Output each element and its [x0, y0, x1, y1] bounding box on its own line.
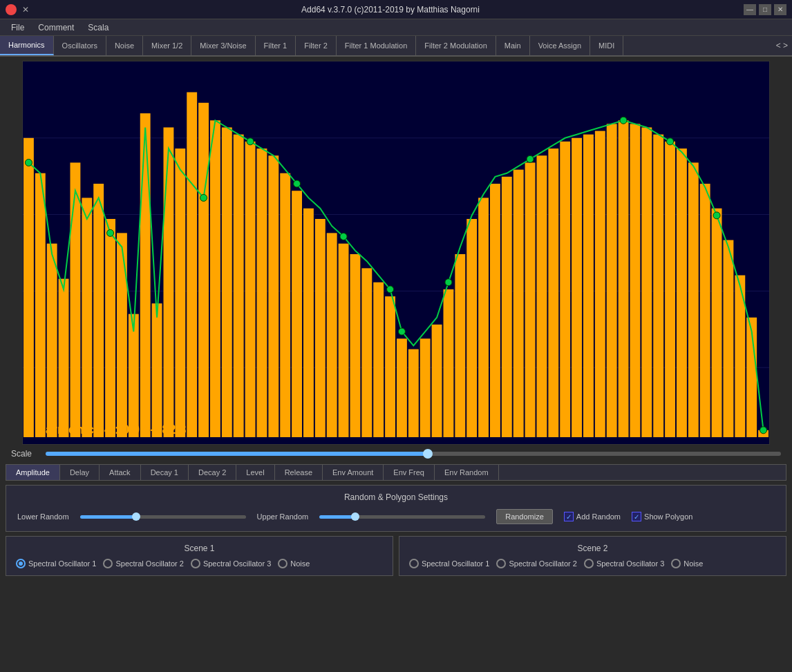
scene2-spectral-osc1[interactable]: Spectral Oscillator 1 [409, 559, 489, 568]
show-polygon-row: Show Polygon [632, 512, 692, 521]
env-tab-envrandom[interactable]: Env Random [435, 465, 499, 480]
env-tab-envfreq[interactable]: Env Freq [384, 465, 435, 480]
scene2-radio1[interactable] [409, 559, 419, 568]
tab-midi[interactable]: MIDI [590, 36, 623, 55]
scene2-noise[interactable]: Noise [671, 559, 703, 568]
scene1-spectral-osc2[interactable]: Spectral Oscillator 2 [103, 559, 183, 568]
harmonics-canvas[interactable] [23, 61, 769, 444]
scene1-radio-noise[interactable] [278, 559, 287, 568]
envelope-tabbar: Amplitude Delay Attack Decay 1 Decay 2 L… [6, 464, 786, 481]
scene1-spectral-osc3[interactable]: Spectral Oscillator 3 [191, 559, 271, 568]
scene2-radio3[interactable] [584, 559, 594, 568]
env-tab-decay2[interactable]: Decay 2 [189, 465, 236, 480]
tab-filter2mod[interactable]: Filter 2 Modulation [416, 36, 496, 55]
scene2-panel: Scene 2 Spectral Oscillator 1 Spectral O… [399, 536, 786, 576]
env-tab-release[interactable]: Release [275, 465, 323, 480]
tab-voiceassign[interactable]: Voice Assign [530, 36, 590, 55]
scene1-radio2[interactable] [103, 559, 113, 568]
show-polygon-checkbox[interactable] [632, 512, 641, 521]
add-random-label: Add Random [576, 512, 621, 521]
tab-mixer12[interactable]: Mixer 1/2 [143, 36, 191, 55]
env-tab-attack[interactable]: Attack [100, 465, 141, 480]
titlebar: ✕ Add64 v.3.7.0 (c)2011-2019 by Matthias… [0, 0, 792, 19]
menu-scala[interactable]: Scala [81, 21, 115, 34]
minimize-button[interactable]: — [744, 4, 756, 15]
scene1-radio3[interactable] [191, 559, 200, 568]
tab-noise[interactable]: Noise [106, 36, 143, 55]
main-content: Harmonic 64 : 0.0 <-- 82.3 Scale Amplitu… [0, 57, 792, 580]
env-tab-decay1[interactable]: Decay 1 [141, 465, 189, 480]
menu-file[interactable]: File [4, 21, 31, 34]
tab-harmonics[interactable]: Harmonics [0, 36, 54, 55]
close-button[interactable]: ✕ [774, 4, 786, 15]
maximize-button[interactable]: □ [759, 4, 771, 15]
scene2-radio2[interactable] [496, 559, 506, 568]
tab-filter1[interactable]: Filter 1 [256, 36, 296, 55]
scene1-spectral-osc1[interactable]: Spectral Oscillator 1 [16, 559, 96, 568]
app-title: Add64 v.3.7.0 (c)2011-2019 by Matthias N… [37, 5, 744, 15]
tab-filter2[interactable]: Filter 2 [296, 36, 337, 55]
scene2-radios: Spectral Oscillator 1 Spectral Oscillato… [409, 559, 776, 568]
main-tabbar: Harmonics Oscillators Noise Mixer 1/2 Mi… [0, 36, 792, 57]
scene1-panel: Scene 1 Spectral Oscillator 1 Spectral O… [6, 536, 393, 576]
random-polygon-panel: Random & Polygon Settings Lower Random U… [6, 485, 786, 532]
env-tab-delay[interactable]: Delay [60, 465, 100, 480]
scene1-noise[interactable]: Noise [278, 559, 310, 568]
rp-controls: Lower Random Upper Random Randomize Add … [17, 509, 775, 524]
lower-random-slider[interactable] [80, 515, 246, 519]
app-icon [6, 4, 17, 15]
tab-oscillators[interactable]: Oscillators [54, 36, 106, 55]
tab-mixer3noise[interactable]: Mixer 3/Noise [191, 36, 255, 55]
window-controls: — □ ✕ [744, 4, 786, 15]
env-tab-amplitude[interactable]: Amplitude [6, 465, 60, 480]
scene1-title: Scene 1 [16, 544, 383, 553]
scene2-radio-noise[interactable] [671, 559, 681, 568]
scale-label: Scale [11, 449, 39, 459]
scale-slider[interactable] [46, 452, 781, 456]
randomize-button[interactable]: Randomize [496, 509, 553, 524]
upper-random-label: Upper Random [257, 512, 309, 521]
tab-filter1mod[interactable]: Filter 1 Modulation [337, 36, 417, 55]
lower-random-label: Lower Random [17, 512, 69, 521]
menu-comment[interactable]: Comment [31, 21, 81, 34]
tab-scroll-right[interactable]: < > [772, 36, 792, 55]
harmonic-label: Harmonic 64 : 0.0 <-- 82.3 [37, 423, 187, 437]
scenes-row: Scene 1 Spectral Oscillator 1 Spectral O… [6, 536, 786, 576]
close-icon[interactable]: ✕ [21, 5, 30, 15]
scene1-radio1[interactable] [16, 559, 26, 568]
add-random-checkbox[interactable] [564, 512, 574, 521]
env-tab-envamount[interactable]: Env Amount [323, 465, 384, 480]
rp-title: Random & Polygon Settings [17, 492, 775, 502]
scale-row: Scale [6, 445, 786, 463]
menubar: File Comment Scala [0, 19, 792, 36]
add-random-row: Add Random [564, 512, 621, 521]
show-polygon-label: Show Polygon [644, 512, 692, 521]
harmonics-display[interactable]: Harmonic 64 : 0.0 <-- 82.3 [22, 61, 770, 445]
upper-random-slider[interactable] [319, 515, 485, 519]
env-tab-level[interactable]: Level [236, 465, 274, 480]
scene2-spectral-osc3[interactable]: Spectral Oscillator 3 [584, 559, 664, 568]
scene2-spectral-osc2[interactable]: Spectral Oscillator 2 [496, 559, 576, 568]
tab-main[interactable]: Main [496, 36, 530, 55]
scene2-title: Scene 2 [409, 544, 776, 553]
scene1-radios: Spectral Oscillator 1 Spectral Oscillato… [16, 559, 383, 568]
